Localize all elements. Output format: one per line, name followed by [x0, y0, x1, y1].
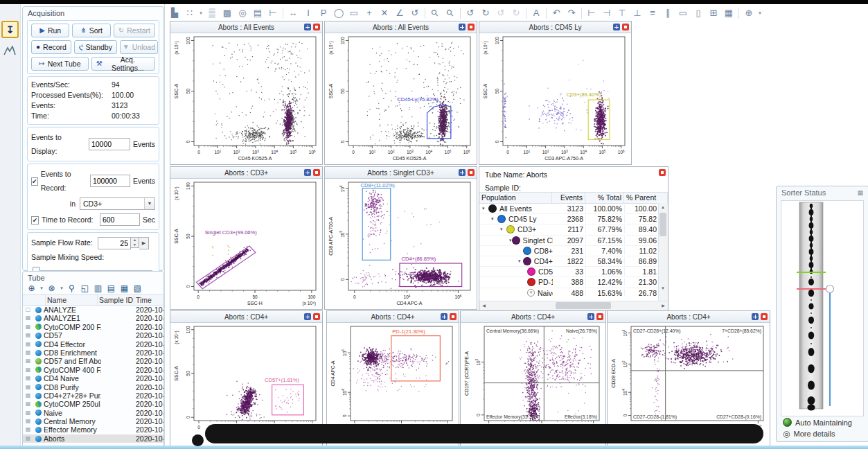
scroll-down-icon[interactable]: ▼ — [659, 284, 667, 292]
population-row[interactable]: CD57+331.06%1.81 — [479, 267, 659, 277]
tube-row[interactable]: ▦Central Memory2020-10- — [23, 417, 163, 425]
scroll-left-icon[interactable]: ◀ — [479, 301, 488, 310]
maximize-icon[interactable] — [752, 313, 759, 320]
align-left-icon[interactable]: ⊢ — [584, 6, 599, 20]
run-button[interactable]: ▶Run — [31, 24, 69, 37]
plot-titlebar[interactable]: Aborts : CD4+ — [461, 311, 605, 323]
tube-grid-icon[interactable]: ▦ — [23, 314, 33, 322]
spin-up-icon[interactable]: ▲ — [131, 238, 139, 243]
tube-grid-icon[interactable]: ▦ — [23, 374, 33, 382]
tube-grid-icon[interactable]: ▦ — [23, 383, 33, 391]
zoom-out-icon[interactable]: ⚲ — [443, 6, 458, 20]
tube-row[interactable]: ▢ANALYZE2020-10- — [23, 306, 163, 314]
close-icon[interactable] — [761, 313, 768, 320]
range-gate-icon[interactable]: ↔ — [285, 6, 301, 20]
tube-row[interactable]: ▦CD572020-10- — [23, 331, 163, 340]
zoom-in-icon[interactable]: ⚲ — [427, 6, 443, 20]
lasso-gate-icon[interactable]: P — [316, 6, 331, 20]
tube-key-button[interactable]: ⚲ — [66, 283, 78, 293]
align-bottom-icon[interactable]: ⊥ — [630, 6, 645, 20]
maximize-icon[interactable] — [613, 24, 620, 30]
tree-collapse-icon[interactable]: ▾ — [509, 238, 512, 243]
tube-row[interactable]: ▦CytoCOMP 250ul2020-10- — [23, 400, 163, 408]
acquisition-rail-button[interactable]: ↧ — [1, 21, 19, 38]
flow-rate-stepper[interactable]: ▲▼ ▶ — [98, 237, 149, 248]
population-row[interactable]: ▾CD45 Ly236875.82%75.82 — [479, 214, 659, 224]
tube-grid-icon[interactable]: ▦ — [23, 366, 33, 374]
histogram-plot-icon[interactable]: ▙ — [167, 6, 182, 20]
compensation-button[interactable]: ▥ — [92, 283, 104, 293]
restart-button[interactable]: ↻Restart — [114, 24, 155, 37]
more-details-link[interactable]: ◎ More details — [783, 430, 835, 438]
scatter-plot-canvas[interactable]: 050100SSC-A(x 10⁴)050100SSC-H(x 10⁴)Sing… — [170, 179, 321, 308]
pseudocolor-plot-icon[interactable]: ▩ — [220, 6, 235, 20]
dot-plot-icon[interactable]: ∷ — [182, 6, 197, 20]
analysis-rail-button[interactable] — [2, 43, 17, 58]
align-right-icon[interactable]: ⊣ — [599, 6, 614, 20]
grid-layout-icon[interactable]: ▦ — [721, 6, 736, 20]
tube-grid-icon[interactable]: ▦ — [23, 357, 33, 365]
undo-zoom-icon[interactable]: ↺ — [463, 6, 478, 20]
tube-grid-icon[interactable]: ▦ — [23, 425, 33, 434]
maximize-icon[interactable] — [587, 313, 594, 320]
tube-row[interactable]: ▦Aborts2020-10- — [23, 434, 163, 443]
tube-row[interactable]: ▦CD8 Enrichment2020-10- — [23, 349, 163, 357]
tube-row[interactable]: ▦CytoCOMP 200 F...2020-10- — [23, 323, 163, 331]
plot-titlebar[interactable]: Aborts : All Events — [170, 21, 322, 33]
open-folder-button[interactable]: ◱ — [79, 283, 91, 293]
center-vertical-icon[interactable]: ∥ — [660, 6, 675, 20]
scatter-plot-canvas[interactable]: 1061050CD8 APC-A700-A0104106CD4 APC-ACD8… — [325, 179, 475, 308]
scroll-up-icon[interactable]: ▲ — [659, 203, 667, 211]
tube-row[interactable]: ▦CD4+27+28+ Pur...2020-10- — [23, 391, 163, 400]
sort-button[interactable]: ⋔Sort — [72, 24, 110, 37]
population-row[interactable]: CD8+2317.40%11.02 — [479, 246, 659, 256]
gate-select-dropdown[interactable]: CD3+ ▼ — [80, 197, 155, 210]
refresh-all-icon[interactable]: ↻ — [508, 6, 524, 20]
quad-gate-icon[interactable]: + — [362, 6, 377, 20]
tube-grid-icon[interactable]: ▦ — [23, 400, 33, 408]
plot-type-caret-icon[interactable]: ▾ — [197, 6, 204, 20]
library-button[interactable]: ▦ — [118, 283, 130, 293]
spin-down-icon[interactable]: ▼ — [131, 243, 139, 247]
tree-collapse-icon[interactable]: ▾ — [482, 206, 488, 211]
plot-titlebar[interactable]: Aborts : CD45 Ly — [479, 21, 631, 33]
maximize-icon[interactable] — [441, 313, 448, 320]
record-button[interactable]: ●Record — [31, 40, 71, 54]
plot-titlebar[interactable]: Aborts : CD4+ — [327, 311, 459, 323]
redo-zoom-icon[interactable]: ↻ — [478, 6, 493, 20]
standby-button[interactable]: Standby — [74, 40, 117, 54]
contour-plot-icon[interactable]: ◎ — [235, 6, 250, 20]
population-row[interactable]: PD-138812.42%21.30 — [479, 277, 659, 288]
tube-row[interactable]: ▦Naive2020-10- — [23, 409, 163, 417]
plot-titlebar[interactable]: Aborts : All Events — [325, 21, 477, 33]
close-icon[interactable] — [596, 313, 603, 320]
ellipse-gate-icon[interactable]: ◯ — [331, 6, 346, 20]
tube-row[interactable]: ▦CD4 Effector2020-10- — [23, 340, 163, 349]
language-caret-icon[interactable]: ▾ — [756, 6, 763, 20]
scrollbar-thumb[interactable] — [659, 213, 666, 236]
maximize-icon[interactable] — [304, 313, 311, 320]
next-tube-button[interactable]: ↦Next Tube — [31, 57, 89, 71]
flow-rate-input[interactable] — [98, 237, 131, 249]
tube-grid-icon[interactable]: ▦ — [23, 340, 33, 349]
tube-row[interactable]: ▦Effector Memory2020-10- — [23, 425, 163, 434]
tube-grid-icon[interactable]: ▦ — [23, 323, 33, 331]
tube-grid-icon[interactable]: ▦ — [23, 409, 33, 417]
same-width-icon[interactable]: ▭ — [675, 6, 691, 20]
maximize-icon[interactable] — [459, 24, 466, 30]
interval-gate-icon[interactable]: I — [301, 6, 316, 20]
unload-button[interactable]: ▼Unload — [120, 40, 158, 54]
tube-checkbox[interactable]: ▢ — [23, 306, 33, 314]
font-icon[interactable]: A — [529, 6, 544, 20]
events-to-display-input[interactable] — [89, 138, 130, 150]
maximize-icon[interactable] — [304, 169, 311, 176]
scrollbar-thumb[interactable] — [556, 302, 611, 309]
qc-report-button[interactable]: ▤ — [105, 283, 117, 293]
population-row[interactable]: ✕Naive48815.63%26.78 — [479, 288, 659, 297]
tube-grid-icon[interactable]: ▦ — [23, 434, 33, 443]
tube-row[interactable]: ▦ANALYZE12020-10- — [23, 314, 163, 322]
delete-tube-button[interactable]: ⊗ — [46, 283, 57, 293]
close-icon[interactable] — [622, 24, 629, 30]
close-icon[interactable] — [468, 24, 475, 30]
tube-row[interactable]: ▦CD4 Naive2020-10- — [23, 374, 163, 382]
